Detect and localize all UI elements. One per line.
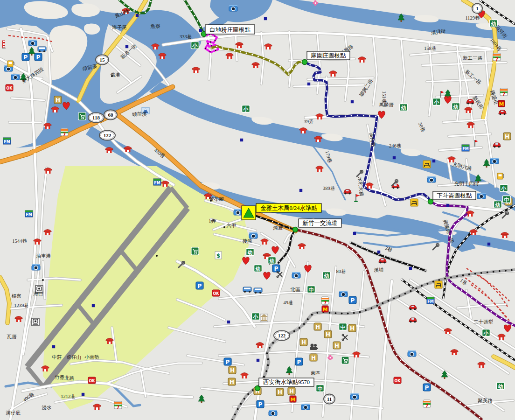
school-icon[interactable]: 幼 bbox=[254, 265, 262, 272]
temple-icon[interactable] bbox=[192, 67, 200, 73]
route-shield-68[interactable]: 68 bbox=[104, 110, 117, 120]
ok-icon[interactable]: OK bbox=[212, 290, 220, 296]
parking-icon[interactable]: P bbox=[257, 400, 264, 408]
waypoint-dot[interactable] bbox=[428, 199, 433, 204]
fm-icon[interactable]: FM bbox=[462, 145, 469, 151]
hospital-icon[interactable]: H bbox=[310, 354, 317, 361]
bluesq-icon[interactable] bbox=[52, 345, 55, 348]
temple-icon[interactable] bbox=[298, 244, 306, 250]
school-icon[interactable]: 幼 bbox=[400, 104, 408, 111]
seven-icon[interactable]: 7 bbox=[321, 297, 329, 305]
school-icon[interactable]: 中 bbox=[503, 196, 511, 203]
bluesq-icon[interactable] bbox=[353, 232, 356, 235]
school-icon[interactable]: 幼 bbox=[246, 249, 254, 256]
heart-icon[interactable] bbox=[272, 246, 279, 254]
seven-icon[interactable]: 7 bbox=[493, 53, 501, 62]
temple-icon[interactable] bbox=[451, 350, 458, 356]
hospital-icon[interactable]: H bbox=[314, 323, 321, 330]
fm-icon[interactable]: FM bbox=[153, 179, 161, 185]
bluesq-icon[interactable] bbox=[227, 321, 230, 323]
map-canvas[interactable]: HHHHHHHHHHHHHHPPPPPPPPP777777OKOKOKOKFMF… bbox=[0, 0, 515, 420]
waypoint-label[interactable]: 金雅土木局0/24水準點 bbox=[256, 203, 321, 212]
golf-icon[interactable] bbox=[354, 194, 360, 202]
dot-icon[interactable] bbox=[42, 279, 44, 281]
temple-icon[interactable] bbox=[241, 373, 248, 379]
temple-icon[interactable] bbox=[501, 232, 508, 238]
camera-icon[interactable] bbox=[249, 232, 258, 238]
bench-icon[interactable] bbox=[435, 281, 442, 288]
route-shield-15[interactable]: 15 bbox=[96, 55, 109, 65]
parking-icon[interactable]: P bbox=[22, 53, 29, 61]
school-icon[interactable]: 小 bbox=[482, 329, 490, 336]
bluesq-icon[interactable] bbox=[92, 304, 95, 307]
school-icon[interactable]: 中 bbox=[307, 286, 315, 293]
camera-icon[interactable] bbox=[11, 74, 20, 80]
bluesq-icon[interactable] bbox=[446, 204, 449, 207]
school-icon[interactable]: 幼 bbox=[268, 257, 276, 264]
waypoint-dot[interactable] bbox=[302, 60, 307, 65]
fm-icon[interactable]: FM bbox=[25, 210, 33, 217]
school-icon[interactable]: 幼 bbox=[452, 103, 460, 110]
car-icon[interactable] bbox=[379, 259, 386, 264]
parking-icon[interactable]: P bbox=[349, 296, 356, 304]
bluesq-icon[interactable] bbox=[377, 251, 380, 253]
map-svg[interactable]: HHHHHHHHHHHHHHPPPPPPPPP777777OKOKOKOKFMF… bbox=[0, 0, 515, 420]
bluesq-icon[interactable] bbox=[393, 156, 396, 159]
school-icon[interactable]: 小 bbox=[191, 42, 199, 49]
hospital-icon[interactable]: H bbox=[324, 330, 332, 338]
bluesq-icon[interactable] bbox=[299, 189, 302, 192]
camera-icon[interactable] bbox=[229, 5, 237, 11]
bluesq-icon[interactable] bbox=[199, 29, 202, 32]
cart-icon[interactable] bbox=[78, 112, 86, 120]
hospital-icon[interactable]: H bbox=[333, 342, 341, 349]
cart-icon[interactable] bbox=[341, 357, 349, 364]
selected-waypoint-marker[interactable] bbox=[242, 206, 256, 220]
dollar-icon[interactable]: $ bbox=[215, 252, 222, 259]
bluesq-icon[interactable] bbox=[136, 14, 139, 17]
bluesq-icon[interactable] bbox=[257, 359, 259, 362]
school-icon[interactable]: 幼 bbox=[323, 272, 331, 279]
bluesq-icon[interactable] bbox=[487, 243, 490, 245]
bluesq-icon[interactable] bbox=[264, 17, 267, 20]
tree-icon[interactable] bbox=[286, 366, 292, 375]
ok-icon[interactable]: OK bbox=[6, 84, 13, 91]
tree-icon[interactable] bbox=[483, 159, 490, 168]
parking-icon[interactable]: P bbox=[295, 358, 303, 365]
tower-icon[interactable] bbox=[2, 41, 6, 49]
heart-icon[interactable] bbox=[504, 325, 511, 332]
ok-icon[interactable]: OK bbox=[88, 377, 96, 384]
gas-icon[interactable] bbox=[7, 61, 14, 67]
route-shield-122[interactable]: 122 bbox=[274, 331, 290, 341]
camera-icon[interactable] bbox=[234, 209, 242, 215]
hospital-icon[interactable]: H bbox=[348, 324, 356, 332]
gas-icon[interactable] bbox=[497, 173, 504, 179]
seven-icon[interactable]: 7 bbox=[61, 128, 68, 137]
fm-icon[interactable]: FM bbox=[3, 138, 11, 144]
route-shield-122[interactable]: 122 bbox=[99, 131, 115, 140]
temple-icon[interactable] bbox=[478, 362, 485, 368]
bench-icon[interactable] bbox=[411, 199, 418, 206]
route-shield-118[interactable]: 118 bbox=[88, 113, 104, 123]
camera-icon[interactable] bbox=[32, 264, 40, 270]
school-icon[interactable]: 小 bbox=[500, 185, 508, 192]
bluesq-icon[interactable] bbox=[125, 45, 128, 48]
movie-icon[interactable] bbox=[310, 344, 318, 350]
parking-icon[interactable]: P bbox=[196, 282, 203, 289]
parking-icon[interactable]: P bbox=[224, 358, 231, 365]
school-icon[interactable]: 幼 bbox=[497, 383, 505, 390]
temple-icon[interactable] bbox=[93, 404, 101, 410]
seven-icon[interactable]: 7 bbox=[114, 401, 122, 410]
temple-icon[interactable] bbox=[264, 44, 272, 50]
temple-icon[interactable] bbox=[252, 63, 259, 69]
bus-icon[interactable] bbox=[38, 47, 46, 52]
waypoint-label[interactable]: 白地粉庄圖根點 bbox=[205, 25, 255, 34]
car-icon[interactable] bbox=[409, 318, 417, 323]
parking-icon[interactable]: P bbox=[35, 53, 42, 61]
bluesq-icon[interactable] bbox=[432, 160, 435, 162]
school-icon[interactable]: 幼 bbox=[494, 201, 502, 208]
fm-icon[interactable]: FM bbox=[427, 297, 434, 304]
heart-icon[interactable] bbox=[264, 272, 271, 280]
temple-icon[interactable] bbox=[256, 343, 264, 349]
school-icon[interactable]: 小 bbox=[433, 98, 441, 105]
car-icon[interactable] bbox=[499, 110, 506, 115]
